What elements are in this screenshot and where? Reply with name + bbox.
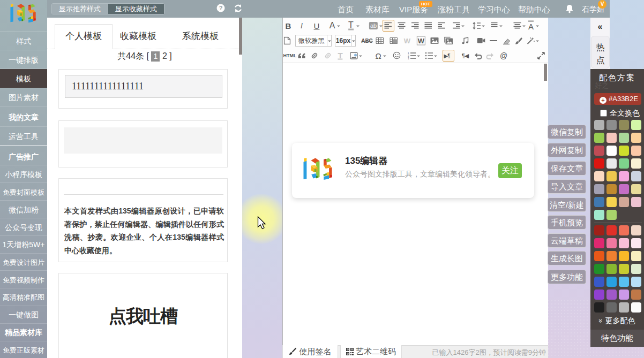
svg-text:3: 3 xyxy=(408,57,409,60)
